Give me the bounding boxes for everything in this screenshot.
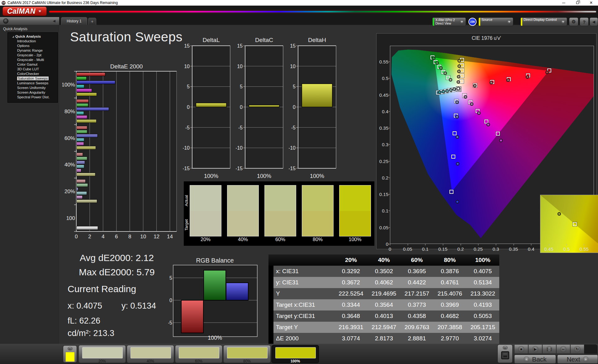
close-button[interactable]: × xyxy=(584,0,598,6)
pattern-button-60%[interactable]: 60% xyxy=(175,345,222,363)
settings-button[interactable]: ⚙ xyxy=(569,17,578,26)
sidebar-collapse-icon[interactable]: ◀ xyxy=(53,19,55,23)
current-reading-heading: Current Reading xyxy=(68,284,136,294)
help-button[interactable]: ? xyxy=(580,17,589,26)
sidebar-item-options[interactable]: Options xyxy=(8,44,58,48)
measured-green-marker xyxy=(444,72,447,75)
pattern-button-40%[interactable]: 40% xyxy=(127,345,174,363)
pattern-mini-swatch xyxy=(65,352,75,362)
range-button[interactable]: [··] xyxy=(542,344,556,354)
add-tab-button[interactable]: + xyxy=(88,18,96,25)
window-titlebar: CM CalMAN 2017 CalMAN Ultimate for Busin… xyxy=(0,0,598,6)
bar-red xyxy=(77,73,105,76)
app-header: CalMAN xyxy=(0,6,598,17)
source-dropdown[interactable]: Source xyxy=(478,17,513,26)
back-button[interactable]: « Back xyxy=(514,355,556,364)
calman-menu-button[interactable]: CalMAN xyxy=(2,7,47,16)
table-cell: 0.4013 xyxy=(368,310,401,322)
sidebar-item-spectral-power-dist-[interactable]: Spectral Power Dist. xyxy=(8,95,58,100)
calman-logo-text: CalMAN xyxy=(7,7,36,16)
sidebar-item-dynamic-range[interactable]: Dynamic Range xyxy=(8,48,58,53)
days-badge[interactable]: 236 xyxy=(468,18,477,26)
measured-yellow-marker xyxy=(458,59,461,63)
sidebar-item-saturation-sweeps[interactable]: Saturation Sweeps xyxy=(8,76,58,81)
table-cell: 0.3564 xyxy=(368,299,401,310)
svg-text:4: 4 xyxy=(102,234,104,240)
y-tick-label: 0.45 xyxy=(378,92,388,98)
play-button[interactable]: ▶ xyxy=(528,344,542,354)
svg-text:15: 15 xyxy=(290,44,296,49)
table-cell: 0.3773 xyxy=(401,299,434,310)
minimize-button[interactable] xyxy=(557,0,571,6)
display-control-dropdown[interactable]: Direct Display Control xyxy=(520,17,567,26)
stop-icon: ■ xyxy=(518,346,524,352)
sidebar-item-introduction[interactable]: Introduction xyxy=(8,39,58,44)
loop-button[interactable]: ∞ xyxy=(556,344,570,354)
pattern-label: 80% xyxy=(224,359,270,363)
reading-fl: fL: 62.26 xyxy=(68,316,100,326)
svg-text:15: 15 xyxy=(184,44,190,49)
svg-text:0: 0 xyxy=(169,298,172,303)
restore-button[interactable] xyxy=(571,0,584,6)
stop-button[interactable]: ■ xyxy=(514,344,528,354)
pattern-button-80%[interactable]: 80% xyxy=(223,345,271,363)
svg-text:0: 0 xyxy=(240,105,243,110)
x-tick-label: 0.45 xyxy=(543,246,554,252)
next-button[interactable]: Next » xyxy=(557,355,598,364)
svg-text:5: 5 xyxy=(240,84,243,89)
bar-cyan xyxy=(77,192,87,195)
table-row-label: ΔE 2000 xyxy=(273,333,335,344)
cie-title: CIE 1976 u'v' xyxy=(377,35,596,41)
chevron-down-icon xyxy=(459,19,464,25)
tree-root[interactable]: Quick Analysis xyxy=(8,34,58,39)
meter-dropdown[interactable]: X-Rite i1Pro 2 Direct View xyxy=(432,17,466,26)
sidebar-item-colorchecker[interactable]: ColorChecker xyxy=(8,72,58,76)
panel-collapse-button[interactable]: ◀ xyxy=(590,17,598,26)
expander-icon[interactable] xyxy=(12,36,14,38)
svg-text:-5: -5 xyxy=(291,125,296,130)
svg-text:5: 5 xyxy=(293,84,296,89)
pattern-button-20%[interactable]: 20% xyxy=(78,345,126,363)
measured-green-marker xyxy=(449,78,452,82)
pattern-mini-button[interactable]: ▲ xyxy=(63,345,77,363)
bar-magenta xyxy=(77,115,87,119)
bar-magenta xyxy=(77,169,81,172)
meter-mode: Direct View xyxy=(435,22,451,25)
sidebar-item-grayscale-2pt[interactable]: Grayscale - 2pt xyxy=(8,53,58,58)
bar-cyan xyxy=(77,85,84,88)
bar-blue xyxy=(77,107,109,111)
bar-deltah xyxy=(302,84,332,107)
reading-cdm2: cd/m²: 213.3 xyxy=(68,329,114,338)
table-cell: 3.0774 xyxy=(335,333,368,344)
y-tick-label: 0.2 xyxy=(378,175,388,180)
refresh-button[interactable]: ↻ xyxy=(570,344,584,354)
calman-window: CM CalMAN 2017 CalMAN Ultimate for Busin… xyxy=(0,0,598,364)
sidebar-item-luminance-sweeps[interactable]: Luminance Sweeps xyxy=(8,81,58,86)
pattern-button-100%[interactable]: 100% xyxy=(272,345,319,363)
sidebar-item-grayscale-multi[interactable]: Grayscale - Multi xyxy=(8,58,58,62)
sidebar-item-color-gamut[interactable]: Color Gamut xyxy=(8,62,58,67)
swatch-20% xyxy=(190,185,221,236)
swatch-80% xyxy=(302,185,334,236)
sidebar-item-screen-angularity[interactable]: Screen Angularity xyxy=(8,90,58,95)
table-row-label: Target x:CIE31 xyxy=(273,299,335,310)
deltah-chart: 151050-5-10-15 xyxy=(289,44,340,174)
deltal-title: DeltaL xyxy=(188,37,235,44)
tab-history-1[interactable]: History 1 xyxy=(61,17,87,25)
restore-icon xyxy=(576,2,579,4)
table-col-header: 100% xyxy=(466,254,499,266)
sidebar-item-3d-cube-lut[interactable]: 3D Cube LUT xyxy=(8,67,58,72)
measured-blue-marker xyxy=(456,200,459,203)
table-row-label: x: CIE31 xyxy=(273,266,335,277)
pattern-swatch xyxy=(179,347,219,358)
sidebar-header-strip: ◀ xyxy=(0,17,59,25)
session-knob[interactable] xyxy=(3,18,8,24)
display-control-label: Direct Display Control xyxy=(524,18,557,21)
avg-de2000-readout: Avg dE2000: 2.12 xyxy=(64,253,170,263)
pattern-window-button[interactable]: ▲ xyxy=(497,344,513,363)
table-cell: 0.3344 xyxy=(335,299,368,310)
sidebar-item-screen-uniformity[interactable]: Screen Uniformity xyxy=(8,86,58,90)
target-swatch xyxy=(227,211,259,236)
table-cell: 2.8881 xyxy=(401,333,434,344)
table-row-label: y: CIE31 xyxy=(273,277,335,288)
